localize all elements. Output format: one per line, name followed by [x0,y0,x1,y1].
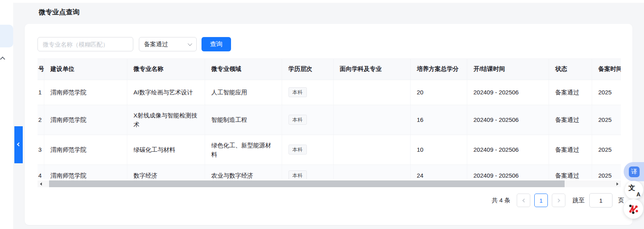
col-field: 微专业领域 [205,59,282,80]
cell-record: 2025 [592,105,621,135]
chevron-left-icon [522,198,526,202]
chevron-left-icon [17,143,21,147]
pagination-jump-input[interactable] [589,193,612,207]
cell-majors [333,135,410,164]
cell-schedule: 202409 - 202506 [467,80,549,105]
cell-name: X射线成像与智能检测技术 [127,105,205,135]
sidebar-active-item[interactable] [0,25,13,47]
col-unit: 建设单位 [44,59,127,80]
translate-badge-icon: 译 [629,166,640,177]
chevron-right-icon [556,198,560,202]
table-row: 1 渭南师范学院 AI数字绘画与艺术设计 人工智能应用 本科 20 202409… [38,80,621,105]
left-sidebar-rail [0,0,13,229]
translate-circle-button[interactable]: 文 A [625,181,643,199]
results-table-wrap: 号 建设单位 微专业名称 微专业领域 学历层次 面向学科及专业 培养方案总学分 … [38,59,621,179]
cell-unit: 渭南师范学院 [44,135,127,164]
col-name: 微专业名称 [127,59,205,80]
cell-majors [333,105,410,135]
scrollbar-thumb[interactable] [49,180,565,187]
table-row: 2 渭南师范学院 X射线成像与智能检测技术 智能制造工程 本科 16 20240… [38,105,621,135]
pagination-next-button[interactable] [552,194,565,207]
cell-status: 备案通过 [549,164,592,179]
pagination-page-unit: 页 [618,197,624,204]
level-tag: 本科 [288,87,307,97]
col-schedule: 开/结课时间 [467,59,549,80]
top-band [0,0,644,3]
level-tag: 本科 [288,170,307,180]
status-select-value: 备案通过 [144,41,188,48]
cell-status: 备案通过 [549,105,592,135]
cell-status: 备案通过 [549,80,592,105]
pagination-page-1-button[interactable]: 1 [534,194,548,207]
cell-unit: 渭南师范学院 [44,80,127,105]
cell-schedule: 202409 - 202506 [467,135,549,164]
cell-schedule: 202409 - 202506 [467,164,549,179]
chevron-up-icon[interactable] [0,56,7,61]
pagination: 共 4 条 1 跳至 页 [38,193,624,207]
cell-majors [333,164,410,179]
cell-credits: 10 [410,135,467,164]
cell-no: 1 [38,80,44,105]
pagination-jump-label: 跳至 [573,197,585,204]
cell-credits: 16 [410,105,467,135]
query-button[interactable]: 查询 [201,37,231,51]
cell-record: 2025 [592,135,621,164]
cell-level: 本科 [282,164,333,179]
table-row: 4 渭南师范学院 数字经济 农业与数字经济 本科 24 202409 - 202… [38,164,621,179]
scroll-right-arrow-icon[interactable] [614,180,621,187]
cell-name: 绿碳化工与材料 [127,135,205,164]
cell-field: 人工智能应用 [205,80,282,105]
table-row: 3 渭南师范学院 绿碳化工与材料 绿色化工、新型能源材料 本科 10 20240… [38,135,621,164]
cell-credits: 20 [410,80,467,105]
col-majors: 面向学科及专业 [333,59,410,80]
pagination-prev-button[interactable] [517,194,530,207]
cell-level: 本科 [282,105,333,135]
cell-no: 3 [38,135,44,164]
col-seq-clipped: 号 [38,59,44,80]
results-table: 号 建设单位 微专业名称 微专业领域 学历层次 面向学科及专业 培养方案总学分 … [38,59,621,179]
cell-level: 本科 [282,135,333,164]
page-title: 微专业点查询 [39,8,79,17]
horizontal-scrollbar[interactable] [38,180,621,187]
cell-record: 2025 [592,164,621,179]
cell-field: 农业与数字经济 [205,164,282,179]
status-select[interactable]: 备案通过 [139,37,197,51]
cell-unit: 渭南师范学院 [44,164,127,179]
cell-level: 本科 [282,80,333,105]
chevron-down-icon [188,41,192,46]
query-card: 备案通过 查询 号 建设单位 微专业名称 微专业领域 学历层次 面向学科及专业 … [25,24,632,225]
col-status: 状态 [549,59,592,80]
cell-no: 4 [38,164,44,179]
cell-no: 2 [38,105,44,135]
scroll-left-arrow-icon[interactable] [38,180,44,187]
cell-field: 智能制造工程 [205,105,282,135]
cell-status: 备案通过 [549,135,592,164]
graph-icon [628,204,639,214]
col-level: 学历层次 [282,59,333,80]
search-input[interactable] [38,37,133,51]
cell-majors [333,80,410,105]
level-tag: 本科 [288,115,307,125]
cell-credits: 24 [410,164,467,179]
cell-record: 2025 [592,80,621,105]
sidebar-collapse-tab[interactable] [14,126,23,163]
translate-icon: 文 [628,183,635,192]
col-record-clipped: 备案时间 [592,59,621,80]
cell-schedule: 202409 - 202506 [467,105,549,135]
pagination-total: 共 4 条 [492,197,510,204]
graph-widget-button[interactable] [624,199,643,219]
level-tag: 本科 [288,145,307,155]
cell-unit: 渭南师范学院 [44,105,127,135]
cell-field: 绿色化工、新型能源材料 [205,135,282,164]
cell-name: 数字经济 [127,164,205,179]
col-credits: 培养方案总学分 [410,59,467,80]
table-header-row: 号 建设单位 微专业名称 微专业领域 学历层次 面向学科及专业 培养方案总学分 … [38,59,621,80]
cell-name: AI数字绘画与艺术设计 [127,80,205,105]
translate-pill-button[interactable]: 译 [624,162,644,181]
